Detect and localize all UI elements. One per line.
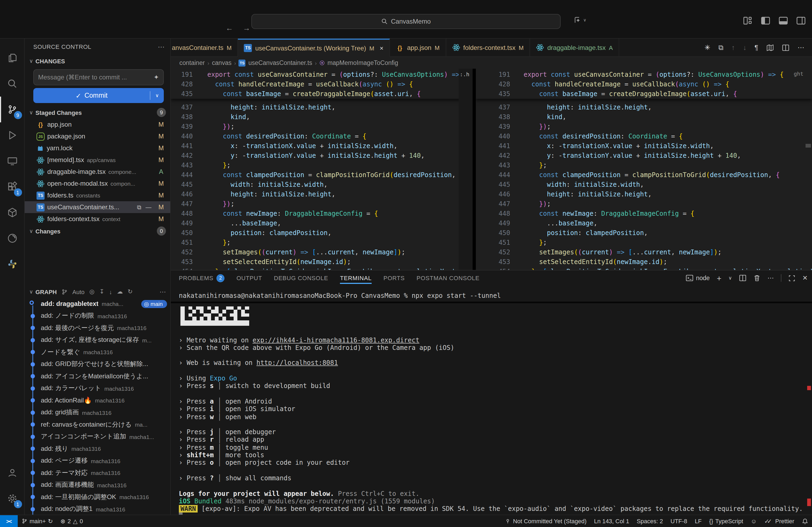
maximize-panel-icon[interactable] bbox=[788, 274, 795, 282]
section-changes[interactable]: ∨ Changes 0 bbox=[25, 225, 170, 237]
panel-tab-output[interactable]: OUTPUT bbox=[236, 270, 262, 286]
file-row[interactable]: [memoId].tsxapp/canvasM bbox=[25, 154, 170, 166]
new-terminal-button[interactable]: + bbox=[717, 273, 722, 283]
file-row[interactable]: draggable-image.tsxcompone...A bbox=[25, 166, 170, 178]
panel-tab-ports[interactable]: PORTS bbox=[383, 270, 405, 286]
sidebar-item-python[interactable] bbox=[0, 251, 25, 277]
open-file-icon[interactable]: ⧉ bbox=[137, 204, 141, 211]
diff-pane-original[interactable]: 191export const useCanvasContainer = (op… bbox=[171, 69, 473, 270]
file-row[interactable]: open-node-modal.tsxcompon...M bbox=[25, 178, 170, 190]
encoding[interactable]: UTF-8 bbox=[667, 518, 691, 524]
file-row[interactable]: {}app.jsonM bbox=[25, 119, 170, 131]
graph-auto-label[interactable]: Auto bbox=[72, 288, 84, 295]
panel-tab-terminal[interactable]: TERMINAL bbox=[340, 270, 372, 286]
commit-row[interactable]: add: 最後のページを復元macha1316 bbox=[25, 322, 170, 334]
commit-row[interactable]: ノードを繋ぐmacha1316 bbox=[25, 346, 170, 358]
tab-draggable-image-tsx[interactable]: draggable-image.tsxA bbox=[530, 39, 619, 56]
toggle-sidebar-icon[interactable] bbox=[761, 16, 770, 25]
arrow-up-icon[interactable]: ↑ bbox=[731, 44, 735, 51]
fetch-icon[interactable]: ↧ bbox=[99, 288, 104, 295]
unstage-icon[interactable]: — bbox=[146, 204, 151, 211]
customize-layout-icon[interactable] bbox=[743, 16, 752, 25]
commit-button[interactable]: ✓Commit ∨ bbox=[33, 88, 164, 103]
more-icon[interactable]: ⋯ bbox=[767, 274, 774, 282]
more-icon[interactable]: ⋯ bbox=[798, 44, 804, 51]
tab-anvascontainer-ts[interactable]: anvasContainer.tsM bbox=[171, 39, 238, 56]
pilcrow-icon[interactable]: ¶ bbox=[755, 44, 758, 51]
editor-scrollbar[interactable] bbox=[804, 69, 812, 270]
eol[interactable]: LF bbox=[691, 518, 706, 524]
commit-row[interactable]: add: 残りmacha1316 bbox=[25, 443, 170, 455]
tab-app-json[interactable]: {}app.jsonM bbox=[390, 39, 446, 56]
trash-icon[interactable] bbox=[753, 274, 760, 282]
arrow-down-icon[interactable]: ↓ bbox=[743, 44, 746, 51]
commit-row[interactable]: ref: canvasをcontainerに分けるma... bbox=[25, 419, 170, 431]
editor-split-divider[interactable] bbox=[473, 69, 476, 270]
breadcrumb[interactable]: container› canvas› TS useCanvasContainer… bbox=[171, 57, 812, 69]
refresh-icon[interactable]: ↻ bbox=[128, 288, 132, 295]
notifications-bell[interactable] bbox=[798, 517, 812, 525]
branch-badge[interactable]: ◎main bbox=[141, 300, 167, 308]
section-staged-changes[interactable]: ∨ Staged Changes 9 bbox=[25, 106, 170, 119]
sidebar-item-extensions[interactable]: 1 bbox=[0, 174, 25, 200]
commit-row[interactable]: add: ノードの制限macha1316 bbox=[25, 310, 170, 322]
target-icon[interactable]: ◎ bbox=[89, 288, 95, 295]
commit-row[interactable]: add: GRID部分でせけると状態解除... bbox=[25, 358, 170, 370]
sidebar-item-explorer[interactable] bbox=[0, 45, 25, 71]
file-row[interactable]: yarn.lockM bbox=[25, 142, 170, 154]
commit-row[interactable]: add: nodeの調整1macha1316 bbox=[25, 503, 170, 515]
sidebar-item-run-debug[interactable] bbox=[0, 122, 25, 148]
cursor-position[interactable]: Ln 143, Col 1 bbox=[590, 518, 633, 524]
copilot-menu[interactable]: ∨ bbox=[574, 16, 586, 24]
sidebar-item-remote-explorer[interactable] bbox=[0, 148, 25, 174]
commit-row[interactable]: add: アイコンをMaterialIcon使うよ... bbox=[25, 370, 170, 382]
diff-pane-modified[interactable]: 191export const useCanvasContainer = (op… bbox=[476, 69, 812, 270]
commit-row[interactable]: add: サイズ, 座標をstorageに保存m... bbox=[25, 334, 170, 346]
tab-folders-context-tsx[interactable]: folders-context.tsxM bbox=[446, 39, 530, 56]
commit-row[interactable]: add: grid描画macha1316 bbox=[25, 407, 170, 419]
file-row[interactable]: folders-context.tsxcontextM bbox=[25, 213, 170, 225]
cloud-upload-icon[interactable]: ☁ bbox=[117, 288, 123, 295]
command-center-search[interactable]: CanvasMemo bbox=[251, 14, 561, 29]
pull-icon[interactable]: ↓ bbox=[109, 288, 112, 295]
feedback-smiley[interactable]: ☺ bbox=[747, 518, 760, 524]
commit-row[interactable]: add: 画面遷移機能macha1316 bbox=[25, 479, 170, 491]
toggle-panel-icon[interactable] bbox=[779, 16, 788, 25]
commit-message-input[interactable] bbox=[38, 74, 154, 81]
commit-row[interactable]: add: ActionRail🔥macha1316 bbox=[25, 394, 170, 407]
more-icon[interactable]: ⋯ bbox=[158, 43, 165, 51]
openai-icon[interactable]: ✳ bbox=[705, 44, 710, 51]
file-row[interactable]: JSpackage.jsonM bbox=[25, 131, 170, 142]
terminal-instance[interactable]: node bbox=[686, 274, 710, 282]
commit-row[interactable]: add: カラーパレットmacha1316 bbox=[25, 382, 170, 394]
formatter-status[interactable]: ✓✓ Prettier bbox=[760, 517, 798, 525]
language-mode[interactable]: {} TypeScript bbox=[706, 518, 747, 524]
minimap[interactable]: ght bbox=[787, 69, 804, 270]
more-icon[interactable]: ⋯ bbox=[160, 288, 166, 296]
remote-indicator[interactable]: >< bbox=[0, 515, 18, 527]
toggle-secondary-sidebar-icon[interactable] bbox=[796, 16, 806, 25]
terminal-output[interactable]: nakatanihiromasa@nakatanihiromasanoMacBo… bbox=[171, 286, 812, 515]
problems-status[interactable]: ⊗ 2 △ 0 bbox=[57, 515, 87, 527]
section-changes-top[interactable]: ∨ CHANGES bbox=[25, 55, 170, 67]
close-icon[interactable]: × bbox=[380, 44, 383, 52]
commit-row[interactable]: add: ページ遷移macha1316 bbox=[25, 455, 170, 467]
panel-tab-debug-console[interactable]: DEBUG CONSOLE bbox=[274, 270, 328, 286]
commit-dropdown[interactable]: ∨ bbox=[150, 91, 164, 100]
split-terminal-icon[interactable] bbox=[739, 274, 746, 282]
settings-button[interactable]: 1 bbox=[0, 486, 25, 511]
section-graph[interactable]: ∨ GRAPH Auto ◎ ↧ ↓ ☁ ↻ ⋯ bbox=[25, 286, 170, 298]
commit-row[interactable]: アイコンコンポーネント追加macha1... bbox=[25, 431, 170, 443]
file-row[interactable]: TSuseCanvasContainer.ts...⧉—M bbox=[25, 201, 170, 213]
commit-row[interactable]: add: 一旦初期値の調整OKmacha1316 bbox=[25, 491, 170, 503]
split-editor-icon[interactable] bbox=[782, 44, 789, 51]
tab-usecanvascontainer-ts-working-tree-[interactable]: TSuseCanvasContainer.ts (Working Tree)M× bbox=[238, 39, 390, 57]
sidebar-item-search[interactable] bbox=[0, 71, 25, 96]
terminal-link[interactable]: http://localhost:8081 bbox=[257, 359, 338, 367]
sidebar-item-source-control[interactable]: 9 bbox=[0, 96, 25, 122]
terminal-link[interactable]: exp://ihk44-i-hiromacha1116-8081.exp.dir… bbox=[253, 336, 419, 344]
commit-status[interactable]: Not Committed Yet (Staged) bbox=[501, 518, 590, 524]
map-icon[interactable] bbox=[766, 44, 774, 51]
back-icon[interactable]: ← bbox=[226, 24, 233, 32]
chevron-down-icon[interactable]: ∨ bbox=[728, 275, 732, 281]
